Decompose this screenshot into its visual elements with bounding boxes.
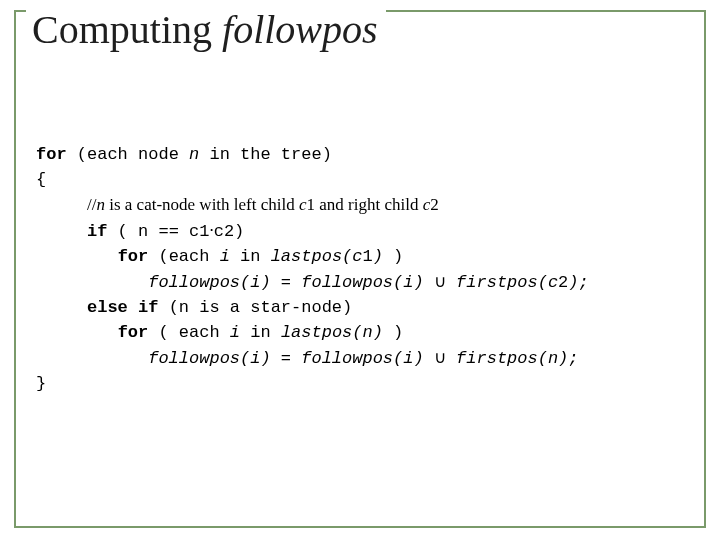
code-line-8: for ( each i in lastpos(n) ) [36, 323, 403, 342]
title-em: followpos [222, 7, 378, 52]
slide-frame: Computing followpos for (each node n in … [14, 10, 706, 528]
code-block: for (each node n in the tree) { //n is a… [36, 142, 696, 396]
slide-title: Computing followpos [26, 6, 386, 53]
code-line-5: for (each i in lastpos(c1) ) [36, 247, 403, 266]
code-line-9: followpos(i) = followpos(i) ∪ firstpos(n… [36, 349, 579, 368]
code-line-2: { [36, 170, 46, 189]
code-line-3: //n is a cat-node with left child c1 and… [36, 196, 439, 215]
code-line-1: for (each node n in the tree) [36, 145, 342, 164]
title-prefix: Computing [32, 7, 222, 52]
code-line-6: followpos(i) = followpos(i) ∪ firstpos(c… [36, 273, 589, 292]
code-line-4: if ( n == c1·c2) [36, 222, 244, 241]
slide: Computing followpos for (each node n in … [0, 0, 720, 540]
code-line-10: } [36, 374, 46, 393]
code-line-7: else if (n is a star-node) [36, 298, 352, 317]
